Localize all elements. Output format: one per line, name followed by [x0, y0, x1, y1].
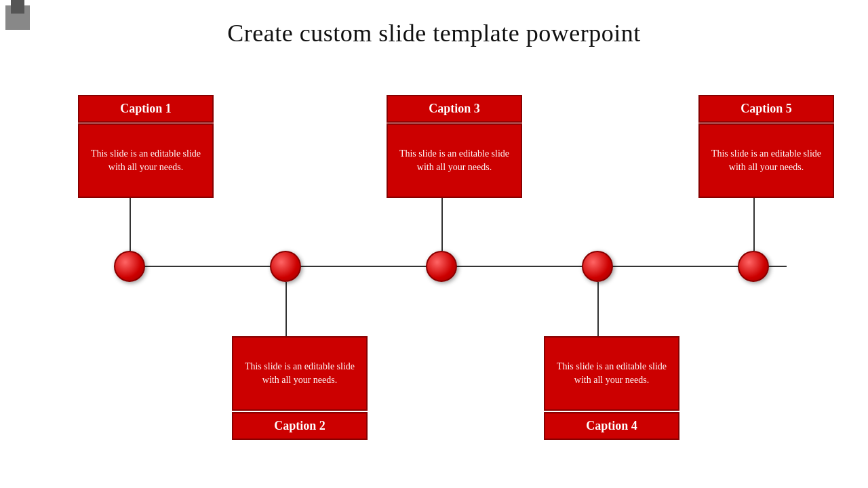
caption-5-label: Caption 5 [698, 95, 834, 123]
timeline-horizontal-line [129, 266, 787, 267]
caption-4-label: Caption 4 [544, 412, 679, 440]
timeline-node-5 [738, 251, 769, 282]
connector-line-4 [597, 282, 599, 336]
caption-2-text: This slide is an editable slide with all… [232, 336, 368, 411]
timeline-node-1 [114, 251, 145, 282]
timeline-node-3 [426, 251, 457, 282]
connector-line-3 [441, 198, 443, 251]
connector-line-5 [753, 198, 755, 251]
caption-3-text: This slide is an editable slide with all… [387, 123, 522, 198]
timeline-node-4 [582, 251, 613, 282]
connector-line-1 [130, 198, 131, 251]
caption-4-text: This slide is an editable slide with all… [544, 336, 679, 411]
caption-1-label: Caption 1 [78, 95, 214, 123]
page-title: Create custom slide template powerpoint [0, 0, 868, 47]
caption-3-label: Caption 3 [387, 95, 522, 123]
connector-line-2 [285, 282, 287, 336]
caption-2-label: Caption 2 [232, 412, 368, 440]
corner-decoration [5, 5, 30, 30]
caption-1-text: This slide is an editable slide with all… [78, 123, 214, 198]
timeline-container: Caption 1 This slide is an editable slid… [41, 75, 827, 461]
timeline-node-2 [270, 251, 301, 282]
caption-5-text: This slide is an editable slide with all… [698, 123, 834, 198]
